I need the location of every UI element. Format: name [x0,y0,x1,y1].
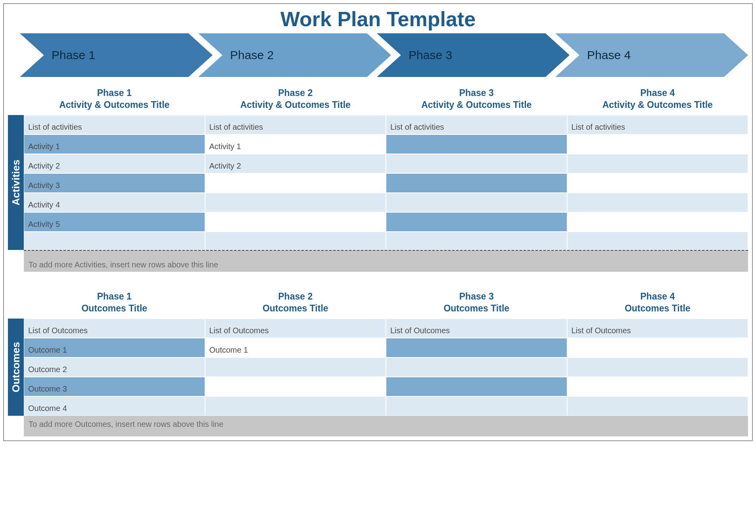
table-cell[interactable]: Activity 1 [205,134,386,154]
column-header: Phase 1Activity & Outcomes Title [24,86,205,115]
table-cell[interactable] [386,396,567,416]
table-cell[interactable]: Outcome 3 [24,377,205,396]
table-cell[interactable] [386,377,567,396]
table-cell[interactable] [386,193,567,212]
table-cell[interactable] [386,154,567,173]
table-cell[interactable] [567,154,748,173]
table-cell[interactable]: List of Outcomes [386,319,567,338]
phase-arrow-2: Phase 2 [198,33,391,77]
table-cell[interactable] [386,232,567,250]
table-cell[interactable]: List of Outcomes [567,319,748,338]
table-cell[interactable] [567,134,748,154]
phase-arrow-label: Phase 1 [52,48,95,62]
table-cell[interactable] [567,377,748,396]
table-cell[interactable]: Activity 1 [24,134,205,154]
table-cell[interactable] [567,212,748,232]
table-cell[interactable]: Activity 2 [24,154,205,173]
column-header: Phase 2Outcomes Title [205,289,386,319]
table-cell[interactable] [567,232,748,250]
column-header: Phase 4Activity & Outcomes Title [567,86,748,115]
work-plan-page: Work Plan Template Phase 1 Phase 2 Phase… [3,3,753,441]
table-cell[interactable] [386,357,567,377]
phase-arrow-4: Phase 4 [555,33,748,77]
table-cell[interactable] [386,212,567,232]
outcomes-note: To add more Outcomes, insert new rows ab… [24,416,748,436]
table-cell[interactable] [24,232,205,250]
column-header: Phase 1Outcomes Title [24,289,205,319]
phase-arrow-1: Phase 1 [20,33,213,77]
outcomes-column-headers: Phase 1Outcomes TitlePhase 2Outcomes Tit… [24,289,748,319]
outcomes-side-label: Outcomes [8,319,24,416]
phase-arrow-3: Phase 3 [377,33,570,77]
outcomes-section: Outcomes List of OutcomesList of Outcome… [8,319,748,416]
table-cell[interactable]: Outcome 1 [24,338,205,357]
svg-marker-1 [198,33,391,77]
table-cell[interactable] [386,338,567,357]
table-cell[interactable] [205,232,386,250]
table-cell[interactable] [567,357,748,377]
phase-arrows-row: Phase 1 Phase 2 Phase 3 Phase 4 [8,33,748,77]
table-cell[interactable]: Activity 4 [24,193,205,212]
column-header: Phase 2Activity & Outcomes Title [205,86,386,115]
table-cell[interactable]: Activity 5 [24,212,205,232]
activities-side-label: Activities [8,115,24,250]
table-cell[interactable]: Outcome 2 [24,357,205,377]
table-cell[interactable] [205,212,386,232]
table-cell[interactable]: List of activities [386,115,567,134]
table-cell[interactable] [567,396,748,416]
table-cell[interactable]: List of activities [567,115,748,134]
table-cell[interactable] [205,357,386,377]
table-cell[interactable]: List of Outcomes [24,319,205,338]
table-cell[interactable]: Activity 2 [205,154,386,173]
table-cell[interactable]: List of activities [24,115,205,134]
table-cell[interactable]: Activity 3 [24,173,205,193]
outcomes-grid: List of OutcomesList of OutcomesList of … [24,319,748,416]
table-cell[interactable] [567,173,748,193]
table-cell[interactable] [567,338,748,357]
phase-arrow-label: Phase 2 [230,48,274,62]
table-cell[interactable]: List of Outcomes [205,319,386,338]
table-cell[interactable]: Outcome 1 [205,338,386,357]
phase-arrow-label: Phase 3 [409,48,452,62]
svg-marker-2 [377,33,570,77]
table-cell[interactable] [205,193,386,212]
column-header: Phase 3Activity & Outcomes Title [386,86,567,115]
activities-note: To add more Activities, insert new rows … [24,250,748,272]
table-cell[interactable] [205,377,386,396]
svg-marker-0 [20,33,213,77]
table-cell[interactable] [386,173,567,193]
column-header: Phase 3Outcomes Title [386,289,567,319]
table-cell[interactable] [205,396,386,416]
activities-section: Activities List of activitiesList of act… [8,115,748,250]
phase-arrow-label: Phase 4 [587,48,631,62]
activities-grid: List of activitiesList of activitiesList… [24,115,748,250]
table-cell[interactable] [386,134,567,154]
page-title: Work Plan Template [8,7,748,31]
column-header: Phase 4Outcomes Title [567,289,748,319]
table-cell[interactable] [205,173,386,193]
activities-column-headers: Phase 1Activity & Outcomes TitlePhase 2A… [24,86,748,115]
svg-marker-3 [555,33,748,77]
table-cell[interactable]: List of activities [205,115,386,134]
table-cell[interactable] [567,193,748,212]
table-cell[interactable]: Outcome 4 [24,396,205,416]
